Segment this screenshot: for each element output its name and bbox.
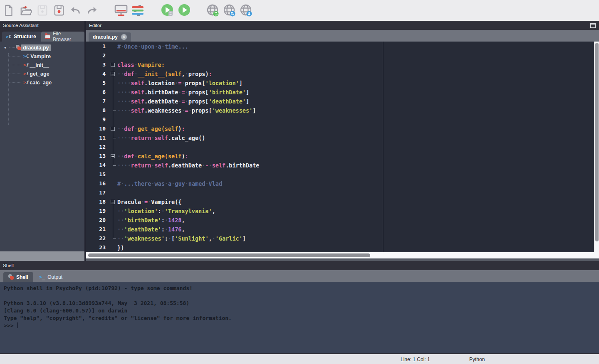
code-line[interactable]: 12: [86, 143, 599, 152]
horizontal-scrollbar[interactable]: [86, 252, 599, 258]
line-number: 10: [86, 124, 109, 133]
line-number: 23: [86, 243, 109, 252]
fold-margin[interactable]: [109, 225, 117, 234]
code-line[interactable]: 16#·...there·was·a·guy·named·Vlad: [86, 179, 599, 188]
fold-margin[interactable]: [109, 188, 117, 197]
code-line[interactable]: 3class·Vampire:: [86, 60, 599, 69]
fold-margin[interactable]: [109, 79, 117, 88]
fold-margin[interactable]: [109, 143, 117, 152]
line-number: 14: [86, 161, 109, 170]
fold-margin[interactable]: [109, 216, 117, 225]
line-number: 21: [86, 225, 109, 234]
code-line[interactable]: 22··'weaknesses':·['Sunlight',·'Garlic']: [86, 234, 599, 243]
code-line[interactable]: 11····return·self.calc_age(): [86, 133, 599, 143]
tab-file-browser[interactable]: File Browser: [41, 32, 84, 42]
code-line[interactable]: 9: [86, 115, 599, 124]
fold-margin[interactable]: [109, 197, 117, 207]
shelf-tabbar: Shell >_ Output: [0, 270, 599, 282]
code-line[interactable]: 21··'deathDate':·1476,: [86, 225, 599, 234]
globe-search-icon: [222, 3, 238, 19]
fold-margin[interactable]: [109, 243, 117, 252]
line-number: 7: [86, 97, 109, 106]
code-line[interactable]: 7····self.deathDate·=·props['deathDate']: [86, 97, 599, 106]
tab-output[interactable]: >_ Output: [34, 272, 68, 282]
line-number: 15: [86, 170, 109, 179]
fold-margin[interactable]: [109, 170, 117, 179]
code-line[interactable]: 5····self.location·=·props['location']: [86, 79, 599, 88]
vertical-scrollbar[interactable]: [594, 42, 599, 252]
redo-button[interactable]: [84, 3, 99, 18]
tab-structure-label: Structure: [14, 34, 36, 39]
code-line[interactable]: 10··def·get_age(self):: [86, 124, 599, 133]
save-button[interactable]: [35, 3, 50, 18]
code-line[interactable]: 8····self.weaknesses·=·props['weaknesses…: [86, 106, 599, 115]
fold-margin[interactable]: [109, 161, 117, 170]
code-line[interactable]: 23}): [86, 243, 599, 252]
fold-margin[interactable]: [109, 51, 117, 60]
code-editor[interactable]: 1#·Once·upon·a·time...23class·Vampire:4·…: [86, 42, 599, 252]
function-icon: >f: [23, 71, 28, 76]
new-file-button[interactable]: [1, 3, 16, 18]
fold-margin[interactable]: [109, 179, 117, 188]
line-number: 8: [86, 106, 109, 115]
fold-margin[interactable]: [109, 124, 117, 133]
fold-margin[interactable]: [109, 152, 117, 161]
fold-margin[interactable]: [109, 97, 117, 106]
horizontal-scrollbar-thumb[interactable]: [88, 253, 370, 257]
code-line[interactable]: 13··def·calc_age(self):: [86, 152, 599, 161]
shell-line: [Clang 6.0 (clang-600.0.57)] on darwin: [4, 307, 595, 315]
tree-item-getage[interactable]: >fget_age: [0, 69, 84, 78]
fold-margin[interactable]: [109, 69, 117, 79]
fold-margin[interactable]: [109, 88, 117, 97]
tree-item-dracula-py[interactable]: ▾dracula.py: [0, 43, 84, 52]
shell-line: Python 3.8.10 (v3.8.10:3d8993a744, May 3…: [4, 300, 595, 307]
shell-prompt-line: >>>: [4, 322, 595, 330]
code-line[interactable]: 1#·Once·upon·a·time...: [86, 42, 599, 51]
code-line[interactable]: 2: [86, 51, 599, 60]
vertical-scrollbar-thumb[interactable]: [595, 43, 599, 241]
fold-margin[interactable]: [109, 234, 117, 243]
tree-item-init[interactable]: >f__init__: [0, 61, 84, 69]
code-line[interactable]: 14····return·self.deathDate·-·self.birth…: [86, 161, 599, 170]
close-tab-icon[interactable]: ×: [121, 34, 127, 40]
tab-dracula-py[interactable]: dracula.py ×: [89, 32, 131, 42]
run-button[interactable]: [177, 3, 192, 18]
pavlovia-user-button[interactable]: [239, 3, 254, 18]
pavlovia-sync-button[interactable]: [205, 3, 220, 18]
source-assistant-title: Source Assistant: [0, 21, 84, 30]
color-picker-button[interactable]: [130, 3, 145, 18]
globe-sync-icon: [205, 3, 221, 19]
fold-margin[interactable]: [109, 133, 117, 143]
code-line[interactable]: 4··def·__init__(self,·props):: [86, 69, 599, 79]
code-line[interactable]: 15: [86, 170, 599, 179]
tab-shell[interactable]: Shell: [3, 272, 33, 282]
fold-margin[interactable]: [109, 42, 117, 51]
tree-item-calcage[interactable]: >fcalc_age: [0, 78, 84, 87]
code-line[interactable]: 18Dracula·=·Vampire({: [86, 197, 599, 207]
run-in-runner-button[interactable]: [160, 3, 175, 18]
open-file-button[interactable]: [18, 3, 33, 18]
shelf-panel: Shelf Shell >_ Output Python shell in Ps…: [0, 261, 599, 353]
fold-margin[interactable]: [109, 115, 117, 124]
tree-item-Vampire[interactable]: >CVampire: [0, 52, 84, 61]
chevron-down-icon[interactable]: ▾: [4, 45, 6, 50]
tab-shell-label: Shell: [16, 274, 28, 280]
fold-margin[interactable]: [109, 106, 117, 115]
shell-console[interactable]: Python shell in PsychoPy (pid:10792) - t…: [0, 282, 599, 353]
class-icon: >C: [23, 54, 29, 59]
code-line[interactable]: 17: [86, 188, 599, 197]
pavlovia-search-button[interactable]: [222, 3, 237, 18]
tab-structure[interactable]: >C Structure: [2, 32, 41, 42]
fold-margin[interactable]: [109, 207, 117, 216]
code-line[interactable]: 20··'birthDate':·1428,: [86, 216, 599, 225]
structure-tree[interactable]: ▾dracula.py>CVampire>f__init__>fget_age>…: [0, 42, 84, 251]
undo-button[interactable]: [68, 3, 83, 18]
save-as-button[interactable]: [52, 3, 67, 18]
code-line[interactable]: 19··'location':·'Transylvania',: [86, 207, 599, 216]
function-icon: >f: [23, 80, 28, 85]
tree-scrollbar-track[interactable]: [0, 251, 84, 261]
detach-panel-icon[interactable]: [590, 23, 596, 28]
monitor-center-button[interactable]: [114, 3, 129, 18]
code-line[interactable]: 6····self.birthDate·=·props['birthDate']: [86, 88, 599, 97]
fold-margin[interactable]: [109, 60, 117, 69]
